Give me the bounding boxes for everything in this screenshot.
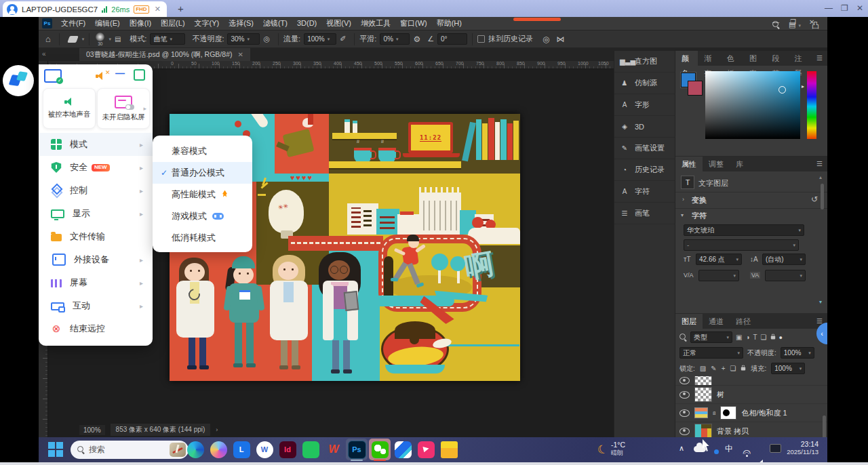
local-sound-card[interactable]: 被控本地声音	[43, 88, 96, 129]
td-menu-结束远控[interactable]: ⊗结束远控	[39, 317, 153, 340]
close-document-icon[interactable]: ✕	[237, 51, 243, 58]
layer-row[interactable]: 树	[675, 386, 827, 404]
mute-speaker-icon[interactable]	[96, 72, 105, 80]
menubar-item[interactable]: 文字(Y)	[190, 17, 224, 30]
tab-路径[interactable]: 路径	[730, 314, 757, 329]
share-icon[interactable]: 凸	[812, 20, 819, 31]
opacity-input[interactable]: 30%▾	[227, 33, 260, 45]
taskbar-app-wechat[interactable]	[369, 439, 391, 460]
leading-input[interactable]: (自动)▾	[762, 254, 806, 265]
hidden-icons-chevron[interactable]: ∧	[679, 444, 684, 453]
menubar-item[interactable]: 窗口(W)	[395, 17, 432, 30]
td-menu-显示[interactable]: 显示▸	[39, 202, 153, 225]
taskbar-app-explorer[interactable]	[438, 439, 460, 460]
scroll-up-icon[interactable]: ▴	[819, 174, 822, 180]
window-minimize-icon[interactable]: —	[825, 0, 833, 17]
lock-artboard-icon[interactable]: ❏	[730, 365, 736, 372]
layer-mask-thumbnail[interactable]	[720, 406, 736, 420]
weather-widget[interactable]: -1°C 晴朗	[611, 441, 625, 458]
todesk-floating-ball[interactable]	[3, 65, 34, 96]
menubar-item[interactable]: 增效工具	[356, 17, 395, 30]
menubar-item[interactable]: 图层(L)	[156, 17, 189, 30]
scroll-down-icon[interactable]: ▾	[819, 299, 822, 305]
td-menu-模式[interactable]: 模式▸	[39, 133, 153, 156]
layers-scrollbar[interactable]	[823, 416, 826, 437]
background-color-swatch[interactable]	[688, 81, 703, 96]
menubar-item[interactable]: 滤镜(T)	[258, 17, 292, 30]
td-menu-互动[interactable]: 互动▸	[39, 294, 153, 317]
wifi-icon[interactable]: ◠◠	[741, 448, 752, 456]
taskbar-app-wps[interactable]: W	[323, 439, 344, 460]
layer-visibility-icon[interactable]	[679, 409, 690, 417]
td-menu-屏幕[interactable]: 屏幕▸	[39, 271, 153, 294]
eraser-tool-icon[interactable]	[67, 36, 79, 43]
minimize-panel-icon[interactable]: —	[115, 68, 125, 79]
filter-adjustment-icon[interactable]: ◑	[745, 333, 749, 341]
angle-input[interactable]: 0°	[437, 33, 467, 45]
color-picker-field[interactable]	[705, 71, 800, 139]
flow-input[interactable]: 100%▾	[304, 33, 336, 45]
document-tab[interactable]: 03曹晓越-假期生活.psd @ 100% (啊, RGB/8#) ✕	[79, 48, 250, 61]
start-button[interactable]	[48, 442, 63, 457]
panel-button-字形[interactable]: A字形	[614, 94, 675, 116]
filter-smart-icon[interactable]	[770, 336, 774, 339]
menubar-item[interactable]: 选择(S)	[224, 17, 258, 30]
zoom-level[interactable]: 100%	[79, 425, 105, 435]
tab-图层[interactable]: 图层	[675, 314, 703, 329]
taskbar-app-copilot[interactable]	[208, 439, 229, 460]
hue-slider[interactable]	[807, 71, 816, 139]
privacy-screen-card[interactable]: 未开启隐私屏 ▸	[97, 88, 150, 129]
taskbar-app-design[interactable]	[415, 439, 437, 460]
pressure-opacity-icon[interactable]: ◎	[263, 35, 270, 43]
filter-pixel-icon[interactable]: ▣	[736, 333, 742, 341]
layer-thumbnail[interactable]	[694, 387, 712, 402]
taskbar-search[interactable]: 搜索	[71, 441, 189, 459]
layer-thumbnail[interactable]	[694, 376, 712, 386]
character-chevron-icon[interactable]: ▾	[681, 212, 684, 218]
lock-pixels-icon[interactable]: ✎	[711, 365, 716, 372]
layer-opacity-input[interactable]: 100%▾	[781, 347, 814, 359]
window-close-icon[interactable]: ✕	[856, 0, 863, 17]
panel-button-直方图[interactable]: ▆▃▅直方图	[614, 51, 675, 73]
transform-chevron-icon[interactable]: ›	[682, 196, 684, 203]
panel-button-画笔[interactable]: ☰画笔	[614, 203, 675, 224]
td-menu-外接设备[interactable]: 外接设备▸	[39, 248, 153, 271]
layer-visibility-icon[interactable]	[679, 428, 690, 435]
td-menu-控制[interactable]: 控制▸	[39, 179, 153, 202]
font-family-select[interactable]: 华文琥珀▾	[684, 224, 804, 236]
quality-badge[interactable]: FHD	[134, 5, 149, 14]
filter-toggle-icon[interactable]: ●	[779, 334, 783, 341]
layer-visibility-icon[interactable]	[679, 377, 690, 384]
collapse-dock-icon[interactable]: «	[42, 50, 46, 58]
submenu-高性能模式[interactable]: 高性能模式	[153, 184, 252, 205]
panel-button-3D[interactable]: ◈3D	[614, 116, 675, 138]
lock-position-icon[interactable]: +	[722, 365, 726, 372]
tab-色板[interactable]: 色板	[721, 51, 743, 66]
taskbar-app-photoshop[interactable]: Ps	[346, 439, 368, 460]
tab-渐变[interactable]: 渐变	[698, 51, 720, 66]
tab-段落[interactable]: 段落	[766, 51, 788, 66]
menubar-item[interactable]: 图像(I)	[125, 17, 156, 30]
remote-session-tab[interactable]: LAPTOP-UGDE5GC7 26ms FHD ✕	[3, 1, 167, 17]
font-size-input[interactable]: 42.66 点▾	[696, 254, 742, 265]
taskbar-app-indesign[interactable]: Id	[277, 439, 298, 460]
hue-slider-marker[interactable]: ▸	[802, 83, 804, 89]
fullscreen-icon[interactable]	[134, 69, 145, 81]
smooth-input[interactable]: 0%▾	[380, 33, 410, 45]
layer-thumbnail[interactable]	[694, 424, 712, 437]
menubar-item[interactable]: 文件(F)	[56, 17, 90, 30]
tab-图案[interactable]: 图案	[743, 51, 766, 66]
symmetry-icon[interactable]: ⋈	[557, 35, 565, 44]
blend-mode-select[interactable]: 正常▾	[679, 347, 743, 359]
brush-panel-toggle-icon[interactable]: ▤	[115, 35, 121, 43]
kerning-input[interactable]: ▾	[765, 270, 806, 281]
tab-通道[interactable]: 通道	[703, 314, 730, 329]
layer-row[interactable]	[675, 376, 827, 386]
panel-button-仿制源[interactable]: ♟仿制源	[614, 73, 675, 94]
erase-history-checkbox[interactable]	[477, 35, 485, 43]
menubar-item[interactable]: 编辑(E)	[90, 17, 125, 30]
tab-库[interactable]: 库	[730, 157, 749, 171]
ime-indicator[interactable]: 中	[725, 443, 733, 455]
fill-input[interactable]: 100%▾	[771, 363, 805, 374]
tab-属性[interactable]: 属性	[675, 157, 703, 171]
